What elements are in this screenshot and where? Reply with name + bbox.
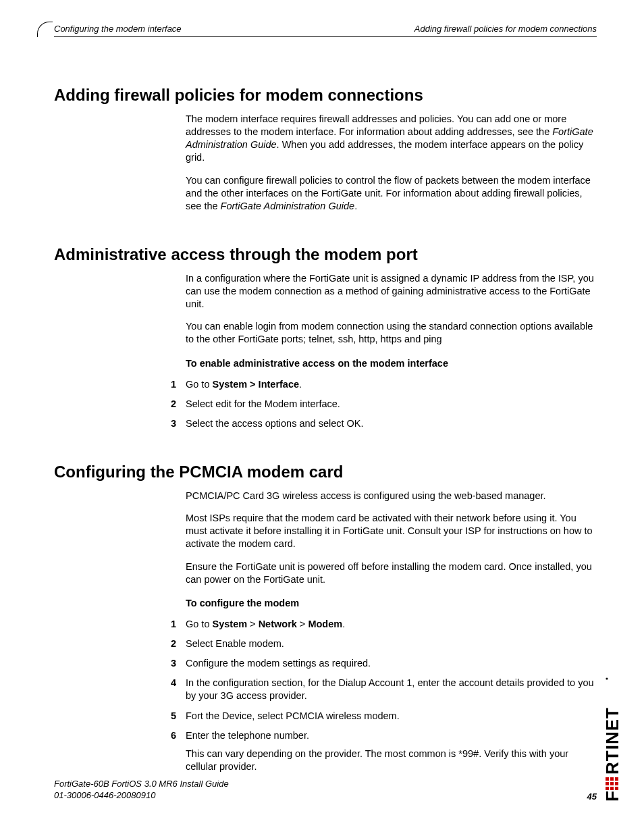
step-item: Go to System > Interface.	[163, 378, 597, 391]
svg-text:RTINET: RTINET	[603, 707, 622, 775]
header-left: Configuring the modem interface	[54, 24, 182, 34]
page-number: 45	[587, 791, 597, 802]
svg-rect-5	[610, 782, 614, 785]
heading-firewall-policies: Adding firewall policies for modem conne…	[54, 86, 597, 105]
steps-list: Go to System > Interface. Select edit fo…	[163, 378, 597, 430]
paragraph: Most ISPs require that the modem card be…	[186, 512, 597, 550]
footer-left: FortiGate-60B FortiOS 3.0 MR6 Install Gu…	[54, 779, 229, 802]
step-item: Select Enable modem.	[163, 637, 597, 650]
svg-text:F: F	[603, 790, 622, 802]
svg-rect-9	[615, 777, 618, 781]
paragraph: You can enable login from modem connecti…	[186, 320, 597, 346]
step-item: Fort the Device, select PCMCIA wireless …	[163, 710, 597, 723]
section-admin-access: Administrative access through the modem …	[54, 245, 597, 430]
section-firewall-policies: Adding firewall policies for modem conne…	[54, 86, 597, 213]
step-item: Select the access options and select OK.	[163, 417, 597, 430]
svg-rect-2	[606, 782, 609, 785]
steps-list: Go to System > Network > Modem. Select E…	[163, 618, 597, 773]
subheading: To enable administrative access on the m…	[186, 357, 597, 370]
heading-admin-access: Administrative access through the modem …	[54, 245, 597, 264]
step-item: Go to System > Network > Modem.	[163, 618, 597, 631]
paragraph: You can configure firewall policies to c…	[186, 174, 597, 213]
page-corner-decoration	[37, 22, 53, 37]
subheading: To configure the modem	[186, 597, 597, 610]
page-header: Configuring the modem interface Adding f…	[54, 24, 597, 37]
step-item: Select edit for the Modem interface.	[163, 398, 597, 411]
svg-rect-6	[610, 777, 614, 781]
svg-rect-4	[610, 787, 614, 790]
paragraph: Ensure the FortiGate unit is powered off…	[186, 561, 597, 586]
paragraph: In a configuration where the FortiGate u…	[186, 272, 597, 311]
step-item: Enter the telephone number. This can var…	[163, 729, 597, 773]
paragraph: PCMCIA/PC Card 3G wireless access is con…	[186, 490, 597, 502]
page-footer: FortiGate-60B FortiOS 3.0 MR6 Install Gu…	[54, 779, 597, 802]
fortinet-logo: F RTINET	[603, 653, 622, 802]
step-item: In the configuration section, for the Di…	[163, 677, 597, 702]
section-pcmcia: Configuring the PCMCIA modem card PCMCIA…	[54, 463, 597, 773]
paragraph: The modem interface requires firewall ad…	[186, 113, 597, 165]
svg-rect-3	[606, 777, 609, 781]
svg-rect-7	[615, 787, 618, 790]
page-content: Adding firewall policies for modem conne…	[37, 37, 614, 773]
step-item: Configure the modem settings as required…	[163, 657, 597, 670]
svg-rect-8	[615, 782, 618, 785]
svg-rect-1	[606, 787, 609, 790]
header-right: Adding firewall policies for modem conne…	[414, 24, 597, 34]
heading-pcmcia: Configuring the PCMCIA modem card	[54, 463, 597, 481]
svg-point-11	[606, 677, 608, 679]
